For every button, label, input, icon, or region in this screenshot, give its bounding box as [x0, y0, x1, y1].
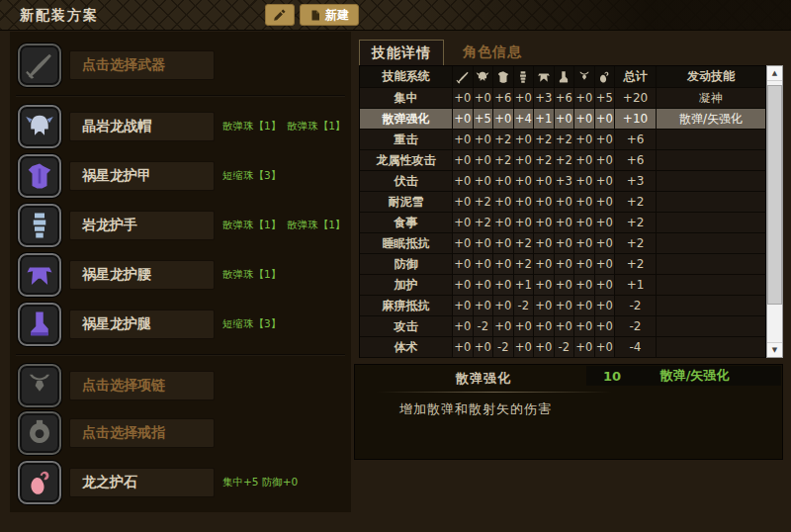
chest-icon	[496, 70, 510, 84]
skill-row-攻击[interactable]: 攻击+0-2+0+0+0+0+0+0-2	[360, 316, 765, 337]
skill-value-cell: +6	[555, 88, 575, 109]
column-header-accessory	[574, 66, 595, 88]
waist-name[interactable]: 祸星龙护腰	[69, 260, 215, 290]
skill-value-cell: +0	[493, 192, 514, 213]
necklace-slot-placeholder[interactable]: 点击选择项链	[69, 371, 215, 400]
skill-row-睡眠抵抗[interactable]: 睡眠抵抗+0+0+0+2+0+0+0+0+2	[360, 233, 765, 254]
skill-name-cell: 伏击	[360, 171, 453, 192]
chest-icon	[25, 161, 54, 191]
legs-slot-button[interactable]	[18, 303, 61, 346]
skill-value-cell: +6	[493, 88, 514, 109]
skill-row-集中[interactable]: 集中+0+0+6+0+3+6+0+5+20凝神	[360, 88, 765, 109]
skill-value-cell: +2	[534, 130, 555, 150]
column-header-total: 总计	[615, 66, 657, 88]
helmet-decorations: 散弹珠【1】散弹珠【1】	[222, 105, 349, 148]
skill-value-cell: +0	[595, 130, 616, 150]
skill-value-cell: +0	[555, 316, 575, 337]
arms-slot-button[interactable]	[18, 204, 61, 247]
skill-value-cell: +1	[514, 275, 535, 296]
app-window: 新配装方案 新建 点击选择武器晶岩龙战帽散弹珠【1】散弹珠【1】祸星龙护甲短缩珠…	[0, 0, 791, 532]
skill-row-食事[interactable]: 食事+0+2+0+0+0+0+0+0+2	[360, 213, 765, 233]
decoration-label: 短缩珠【3】	[222, 169, 281, 183]
accessory-icon	[577, 70, 591, 84]
skill-value-cell: +0	[534, 254, 555, 275]
divider	[16, 354, 345, 355]
skill-value-cell: +0	[574, 316, 595, 337]
charm-name[interactable]: 龙之护石	[69, 468, 215, 497]
edit-button[interactable]	[265, 4, 295, 26]
chest-slot-button[interactable]	[18, 154, 61, 198]
arms-name[interactable]: 岩龙护手	[69, 211, 215, 240]
skill-value-cell: +0	[474, 171, 494, 192]
skill-value-cell: +0	[595, 275, 616, 296]
skill-value-cell: +2	[493, 130, 514, 150]
skill-value-cell: +0	[534, 171, 555, 192]
tab-skill-details[interactable]: 技能详情	[359, 40, 444, 65]
skill-value-cell: +0	[595, 192, 616, 213]
skill-value-cell: +0	[493, 171, 514, 192]
tab-character-info[interactable]: 角色信息	[450, 40, 535, 65]
skill-name-cell: 食事	[360, 213, 453, 233]
skill-value-cell: +2	[493, 150, 514, 171]
charm-icon	[597, 70, 611, 84]
skill-value-cell: +0	[555, 192, 575, 213]
skill-value-cell: +3	[555, 171, 575, 192]
skill-row-重击[interactable]: 重击+0+0+2+0+2+2+0+0+6	[360, 130, 765, 150]
skill-value-cell: +0	[574, 213, 595, 233]
active-skill-cell	[657, 213, 765, 233]
skill-value-cell: +0	[534, 316, 555, 337]
charm-slot-button[interactable]	[18, 461, 61, 504]
weapon-slot-button[interactable]	[18, 44, 61, 87]
skill-value-cell: -2	[555, 337, 575, 358]
skill-value-cell: +0	[574, 109, 595, 130]
skill-name-cell: 重击	[360, 130, 453, 150]
skill-value-cell: +0	[453, 296, 474, 316]
skill-value-cell: +0	[595, 150, 616, 171]
skill-value-cell: +0	[534, 233, 555, 254]
skill-value-cell: +0	[514, 88, 535, 109]
skill-row-龙属性攻击[interactable]: 龙属性攻击+0+0+2+0+2+2+0+0+6	[360, 150, 765, 171]
skill-value-cell: +5	[474, 109, 494, 130]
necklace-slot-button[interactable]	[18, 364, 61, 407]
skill-value-cell: +2	[474, 192, 494, 213]
skill-row-体术[interactable]: 体术+0+0-2+0+0-2+0+0-4	[360, 337, 765, 358]
column-header-legs	[555, 66, 575, 88]
skill-row-散弹强化[interactable]: 散弹强化+0+5+0+4+1+0+0+0+10散弹/矢强化	[360, 109, 765, 130]
skill-value-cell: +0	[534, 275, 555, 296]
chest-name[interactable]: 祸星龙护甲	[69, 161, 215, 191]
skill-value-cell: +0	[453, 254, 474, 275]
decoration-label: 集中+5 防御+0	[222, 476, 298, 489]
skill-row-麻痹抵抗[interactable]: 麻痹抵抗+0+0+0-2+0+0+0+0-2	[360, 296, 765, 316]
scroll-down-button[interactable]: ▼	[767, 342, 782, 357]
active-skill-cell	[657, 296, 765, 316]
legs-name[interactable]: 祸星龙护腿	[69, 310, 215, 339]
active-skill-badge: 10 散弹/矢强化	[586, 366, 781, 386]
scroll-up-button[interactable]: ▲	[767, 66, 782, 81]
skill-value-cell: +0	[453, 88, 474, 109]
skill-row-伏击[interactable]: 伏击+0+0+0+0+0+3+0+0+3	[360, 171, 765, 192]
helmet-icon	[25, 112, 54, 141]
skill-row-加护[interactable]: 加护+0+0+0+1+0+0+0+0+1	[360, 275, 765, 296]
skill-value-cell: +0	[555, 254, 575, 275]
skill-value-cell: +0	[595, 296, 616, 316]
column-header-skill-system: 技能系统	[360, 66, 453, 88]
new-button-label: 新建	[325, 7, 349, 24]
new-button[interactable]: 新建	[300, 4, 359, 26]
skill-row-耐泥雪[interactable]: 耐泥雪+0+2+0+0+0+0+0+0+2	[360, 192, 765, 213]
skill-value-cell: +0	[574, 88, 595, 109]
charm-decorations: 集中+5 防御+0	[222, 461, 349, 504]
waist-slot-button[interactable]	[18, 253, 61, 297]
waist-decorations: 散弹珠【1】	[222, 253, 349, 297]
ring-slot-button[interactable]	[18, 411, 61, 455]
ring-icon	[25, 418, 54, 448]
table-scrollbar[interactable]: ▲ ▼	[766, 65, 783, 358]
helmet-name[interactable]: 晶岩龙战帽	[69, 112, 215, 141]
ring-slot-placeholder[interactable]: 点击选择戒指	[69, 418, 215, 448]
active-skill-cell	[657, 275, 765, 296]
skill-row-防御[interactable]: 防御+0+0+0+2+0+0+0+0+2	[360, 254, 765, 275]
weapon-slot-placeholder[interactable]: 点击选择武器	[69, 50, 215, 80]
scrollbar-thumb[interactable]	[767, 85, 782, 305]
helmet-slot-button[interactable]	[18, 105, 61, 148]
skill-name-cell: 龙属性攻击	[360, 150, 453, 171]
slot-row-arms: 岩龙护手散弹珠【1】散弹珠【1】	[10, 204, 351, 247]
